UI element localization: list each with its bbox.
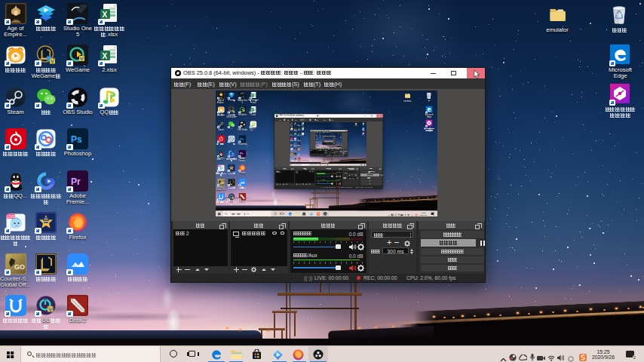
svg-text:Ps: Ps xyxy=(298,138,299,139)
svg-text:GO: GO xyxy=(14,263,25,271)
svg-text:LIVE: LIVE xyxy=(218,165,220,166)
svg-text:LIVE: LIVE xyxy=(290,147,292,148)
svg-text:GO: GO xyxy=(291,153,293,154)
svg-text:Ps: Ps xyxy=(71,134,82,145)
svg-text:X: X xyxy=(103,52,108,60)
svg-text:X: X xyxy=(302,123,302,124)
svg-text:X: X xyxy=(103,11,108,19)
svg-text:Pr: Pr xyxy=(298,143,299,144)
svg-text:X: X xyxy=(302,127,302,128)
svg-text:GO: GO xyxy=(220,182,224,185)
svg-text:Pr: Pr xyxy=(71,176,81,187)
svg-text:LIVE: LIVE xyxy=(7,215,14,219)
